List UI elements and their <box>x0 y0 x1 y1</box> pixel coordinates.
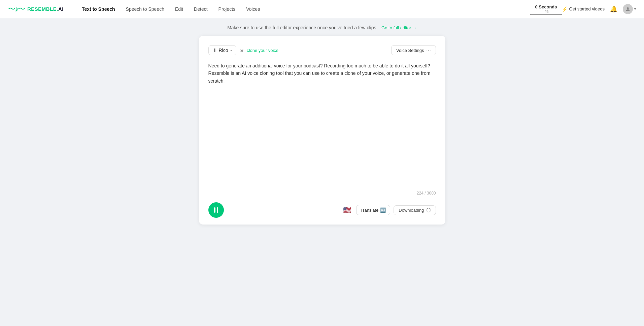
language-flag-button[interactable]: 🇺🇸 <box>342 205 353 215</box>
bolt-icon: ⚡ <box>562 6 568 12</box>
navbar: 〜♪〜 RESEMBLE.AI Text to Speech Speech to… <box>0 0 644 18</box>
voice-name-label: Rico <box>219 48 228 53</box>
user-avatar-button[interactable]: ▾ <box>623 4 636 14</box>
downloading-spinner <box>426 208 431 212</box>
voice-selector-button[interactable]: ⬇ Rico ▾ <box>208 45 236 55</box>
char-count: 224 / 3000 <box>208 191 436 196</box>
nav-right: ⚡ Get started videos 🔔 ▾ <box>562 4 636 14</box>
avatar <box>623 4 633 14</box>
voice-download-icon: ⬇ <box>213 48 217 53</box>
voice-left: ⬇ Rico ▾ or clone your voice <box>208 45 279 55</box>
nav-links: Text to Speech Speech to Speech Edit Det… <box>77 4 528 14</box>
banner: Make sure to use the full editor experie… <box>0 18 644 36</box>
us-flag-icon: 🇺🇸 <box>343 206 351 214</box>
nav-voices[interactable]: Voices <box>241 4 265 14</box>
or-text: or <box>240 48 244 53</box>
clone-voice-link[interactable]: clone your voice <box>247 48 278 53</box>
get-started-videos-button[interactable]: ⚡ Get started videos <box>562 6 605 12</box>
downloading-button: Downloading <box>394 205 436 215</box>
logo-waveform-icon: 〜♪〜 <box>8 4 25 14</box>
main-container: ⬇ Rico ▾ or clone your voice Voice Setti… <box>191 36 453 238</box>
translate-label: Translate <box>361 208 379 213</box>
char-count-display: 224 / 3000 <box>417 191 436 196</box>
nav-text-to-speech[interactable]: Text to Speech <box>77 4 120 14</box>
notification-bell-icon[interactable]: 🔔 <box>610 5 617 13</box>
get-started-label: Get started videos <box>569 6 605 11</box>
avatar-caret-icon: ▾ <box>634 7 636 11</box>
downloading-label: Downloading <box>399 208 424 213</box>
nav-edit[interactable]: Edit <box>170 4 188 14</box>
trial-label: Trial <box>543 9 549 13</box>
voice-settings-button[interactable]: Voice Settings ⋯ <box>391 45 436 55</box>
brand-logo[interactable]: 〜♪〜 RESEMBLE.AI <box>8 4 64 14</box>
bottom-right-controls: 🇺🇸 Translate 🔤 Downloading <box>342 205 436 215</box>
nav-detect[interactable]: Detect <box>189 4 212 14</box>
translate-button[interactable]: Translate 🔤 <box>356 205 391 215</box>
trial-seconds: 0 Seconds <box>535 4 557 9</box>
nav-projects[interactable]: Projects <box>214 4 240 14</box>
translate-icon: 🔤 <box>380 207 386 213</box>
svg-point-0 <box>627 7 629 9</box>
logo-text: RESEMBLE.AI <box>27 6 64 12</box>
text-input[interactable] <box>208 62 436 188</box>
pause-icon <box>214 207 218 213</box>
trial-badge[interactable]: 0 Seconds Trial <box>530 3 562 15</box>
bottom-bar: 🇺🇸 Translate 🔤 Downloading <box>208 200 436 218</box>
voice-caret-icon: ▾ <box>230 49 232 52</box>
tts-card: ⬇ Rico ▾ or clone your voice Voice Setti… <box>199 36 445 225</box>
voice-settings-icon: ⋯ <box>426 48 431 53</box>
go-to-full-editor-link[interactable]: Go to full editor → <box>381 25 417 30</box>
voice-settings-label: Voice Settings <box>396 48 424 53</box>
banner-text: Make sure to use the full editor experie… <box>227 25 377 30</box>
voice-row: ⬇ Rico ▾ or clone your voice Voice Setti… <box>208 45 436 55</box>
play-pause-button[interactable] <box>208 202 224 218</box>
nav-speech-to-speech[interactable]: Speech to Speech <box>121 4 169 14</box>
